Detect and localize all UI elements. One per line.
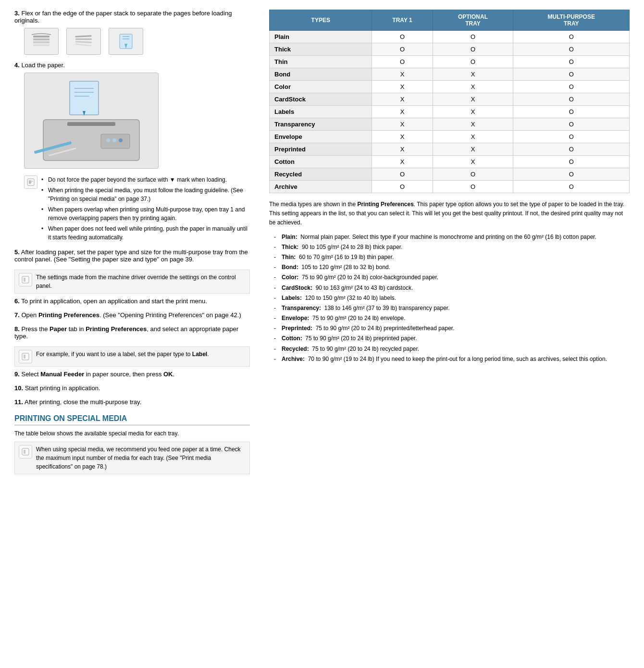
cell-type-name: Thick [270,43,372,56]
cell-value: X [372,68,433,81]
cell-value: X [433,81,513,93]
cell-value: O [513,156,630,168]
cell-type-name: Preprinted [270,143,372,156]
cell-value: O [433,43,513,56]
svg-rect-1 [33,38,50,40]
svg-rect-6 [75,41,92,43]
desc-list-item: Cotton: 75 to 90 g/m² (20 to 24 lb) prep… [274,334,630,343]
desc-list-item: Preprinted: 75 to 90 g/m² (20 to 24 lb) … [274,324,630,333]
desc-list-item: Bond: 105 to 120 g/m² (28 to 32 lb) bond… [274,263,630,272]
table-row: ThinOOO [270,56,630,68]
cell-value: X [433,93,513,106]
step-9: 9. Select Manual Feeder in paper source,… [14,371,250,378]
fan-illustration-row [24,28,250,55]
cell-value: X [372,106,433,118]
cell-value: O [513,118,630,131]
description-intro: The media types are shown in the Printin… [269,200,630,228]
note-3-text: When using special media, we recommend y… [36,445,246,471]
step-7: 7. Open Printing Preferences. (See "Open… [14,311,250,319]
desc-list-item: Archive: 70 to 90 g/m² (19 to 24 lb) If … [274,355,630,364]
cell-value: X [372,143,433,156]
step-6: 6. To print in application, open an appl… [14,297,250,305]
desc-list-item: Plain: Normal plain paper. Select this t… [274,233,630,242]
svg-rect-7 [75,43,91,47]
cell-value: O [433,56,513,68]
table-row: ArchiveOOO [270,181,630,193]
step-8-number: 8. [14,325,20,333]
step-4-number: 4. [14,62,20,69]
step-3: 3. Flex or fan the edge of the paper sta… [14,10,250,55]
cell-value: O [513,43,630,56]
table-header-row: TYPES TRAY 1 OPTIONALTRAY MULTI-PURPOSET… [270,10,630,31]
step-3-number: 3. [14,10,20,17]
cell-value: X [433,106,513,118]
cell-type-name: Plain [270,31,372,43]
note-box-1: Do not force the paper beyond the surfac… [24,175,250,244]
cell-type-name: Transparency [270,118,372,131]
section-title: PRINTING ON SPECIAL MEDIA [14,414,250,425]
step-11: 11. After printing, close the multi-purp… [14,398,250,406]
cell-type-name: CardStock [270,93,372,106]
cell-type-name: Envelope [270,131,372,143]
svg-point-19 [112,138,116,142]
cell-value: O [372,181,433,193]
cell-value: O [513,106,630,118]
cell-value: O [513,131,630,143]
cell-value: O [513,56,630,68]
bullets-1: Do not force the paper beyond the surfac… [41,175,250,244]
svg-rect-5 [75,38,92,40]
step-11-number: 11. [14,398,23,406]
cell-value: O [513,81,630,93]
step-10-number: 10. [14,384,23,392]
cell-value: X [433,131,513,143]
step-6-text: To print in application, open an applica… [21,297,207,305]
step-3-header: 3. Flex or fan the edge of the paper sta… [14,10,250,24]
cell-value: X [433,156,513,168]
table-row: RecycledOOO [270,168,630,181]
step-9-number: 9. [14,371,20,378]
cell-value: O [513,181,630,193]
note-icon-4 [19,445,32,458]
note-2-text: For example, if you want to use a label,… [36,350,209,359]
page-container: 3. Flex or fan the edge of the paper sta… [0,0,644,668]
cell-type-name: Labels [270,106,372,118]
step-8: 8. Press the Paper tab in Printing Prefe… [14,325,250,340]
step-11-text: After printing, close the multi-purpose … [25,398,141,406]
bullet-item: Do not force the paper beyond the surfac… [41,175,250,184]
cell-value: O [433,168,513,181]
table-row: ColorXXO [270,81,630,93]
svg-rect-0 [33,36,50,37]
svg-rect-16 [67,122,115,126]
cell-value: O [433,31,513,43]
bullet-item: When papers overlap when printing using … [41,205,250,223]
cell-type-name: Thin [270,56,372,68]
col-tray1: TRAY 1 [372,10,433,31]
desc-list-item: Recycled: 75 to 90 g/m² (20 to 24 lb) re… [274,345,630,354]
media-table: TYPES TRAY 1 OPTIONALTRAY MULTI-PURPOSET… [269,10,630,193]
cell-value: X [372,131,433,143]
cell-type-name: Bond [270,68,372,81]
desc-list-item: Labels: 120 to 150 g/m² (32 to 40 lb) la… [274,294,630,303]
step-10: 10. Start printing in application. [14,384,250,392]
cell-value: O [513,143,630,156]
desc-list-item: Transparency: 138 to 146 g/m² (37 to 39 … [274,304,630,313]
left-column: 3. Flex or fan the edge of the paper sta… [14,10,264,654]
cell-value: O [513,168,630,181]
printer-svg [29,76,154,165]
desc-list-item: CardStock: 90 to 163 g/m² (24 to 43 lb) … [274,284,630,293]
cell-value: O [513,93,630,106]
svg-rect-4 [75,35,91,37]
step-4: 4. Load the paper. [14,62,250,169]
cell-value: X [433,68,513,81]
note-3: When using special media, we recommend y… [14,442,250,474]
cell-value: X [372,156,433,168]
note-icon-2 [19,273,32,286]
col-optional-tray: OPTIONALTRAY [433,10,513,31]
step-4-header: 4. Load the paper. [14,62,250,69]
step-10-text: Start printing in application. [25,384,100,392]
col-multi-purpose-tray: MULTI-PURPOSETRAY [513,10,630,31]
note-1-text: The settings made from the machine drive… [36,273,246,290]
bullet-item: When printing the special media, you mus… [41,186,250,203]
svg-point-18 [106,138,110,142]
step-6-number: 6. [14,297,20,305]
